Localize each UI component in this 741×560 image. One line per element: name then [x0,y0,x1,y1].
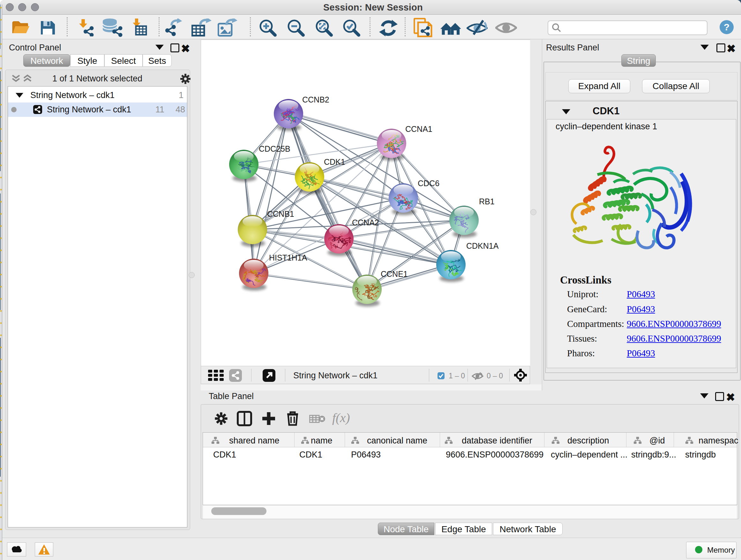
svg-text:CCNB2: CCNB2 [302,95,329,104]
svg-text:CCNB1: CCNB1 [267,209,294,219]
svg-text:CCNA2: CCNA2 [352,218,379,227]
svg-text:CCNE1: CCNE1 [381,269,408,278]
svg-text:HIST1H1A: HIST1H1A [269,253,307,262]
svg-text:CCNA1: CCNA1 [405,125,432,133]
svg-text:?: ? [724,22,730,32]
svg-text:CDKN1A: CDKN1A [466,241,499,250]
svg-text:CDC25B: CDC25B [259,144,290,153]
svg-text:RB1: RB1 [479,197,495,206]
svg-text:CDK1: CDK1 [324,158,345,166]
svg-text:CDC6: CDC6 [418,179,440,188]
